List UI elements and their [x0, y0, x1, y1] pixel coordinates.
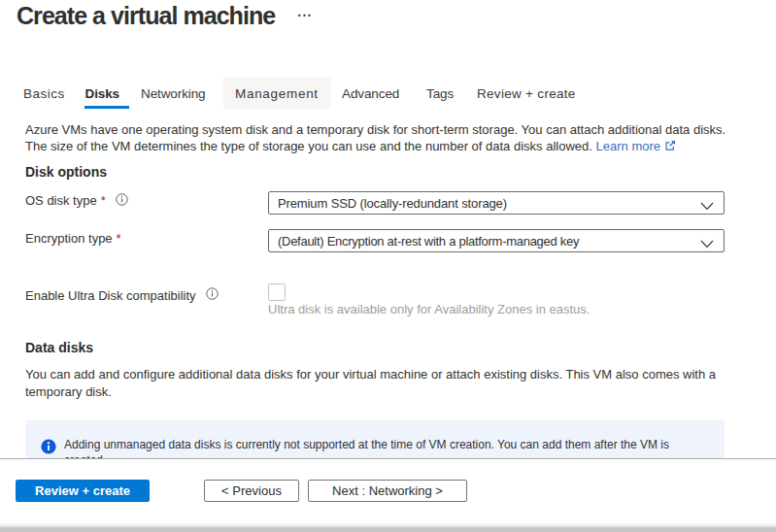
info-banner-icon — [41, 439, 56, 458]
create-vm-page: Create a virtual machine ... Basics Disk… — [0, 0, 776, 532]
more-options-button[interactable]: ... — [293, 2, 317, 21]
info-banner: Adding unmanaged data disks is currently… — [25, 420, 725, 458]
ultra-disk-label: Enable Ultra Disk compatibility — [25, 286, 219, 304]
tab-networking[interactable]: Networking — [129, 78, 218, 109]
chevron-down-icon — [700, 237, 714, 251]
info-icon[interactable] — [116, 193, 128, 209]
banner-line-1: Adding unmanaged data disks is currently… — [64, 437, 725, 452]
intro-line-2: The size of the VM determines the type o… — [25, 138, 725, 156]
previous-button[interactable]: < Previous — [204, 480, 299, 502]
review-create-button[interactable]: Review + create — [16, 480, 150, 502]
intro-line-1: Azure VMs have one operating system disk… — [25, 121, 725, 139]
data-disks-line-2: temporary disk. — [25, 383, 716, 401]
tab-disks[interactable]: Disks — [74, 78, 132, 109]
tab-bar: Basics Disks Networking Management Advan… — [0, 78, 776, 109]
data-disks-text: You can add and configure additional dat… — [25, 366, 716, 400]
window-bottom-edge — [0, 523, 776, 532]
data-disks-line-1: You can add and configure additional dat… — [25, 366, 716, 383]
footer-bar: Review + create < Previous Next : Networ… — [0, 458, 776, 523]
data-disks-heading: Data disks — [25, 340, 93, 355]
tab-basics[interactable]: Basics — [12, 78, 77, 109]
ultra-disk-checkbox[interactable] — [268, 283, 286, 301]
page-title: Create a virtual machine — [17, 2, 275, 30]
os-disk-type-dropdown[interactable]: Premium SSD (locally-redundant storage) — [268, 191, 725, 215]
tab-management[interactable]: Management — [223, 78, 330, 109]
tab-tags[interactable]: Tags — [415, 78, 465, 109]
next-networking-button[interactable]: Next : Networking > — [308, 480, 467, 502]
chevron-down-icon — [700, 199, 714, 214]
info-banner-text: Adding unmanaged data disks is currently… — [64, 437, 725, 458]
tab-advanced[interactable]: Advanced — [330, 78, 411, 109]
external-link-icon — [664, 139, 676, 156]
learn-more-link[interactable]: Learn more — [596, 139, 660, 153]
encryption-type-label: Encryption type * — [25, 227, 121, 250]
intro-text: Azure VMs have one operating system disk… — [25, 121, 725, 156]
required-asterisk: * — [101, 193, 106, 208]
encryption-type-dropdown[interactable]: (Default) Encryption at-rest with a plat… — [268, 229, 725, 252]
required-asterisk: * — [117, 231, 121, 246]
os-disk-type-label: OS disk type * — [25, 189, 128, 213]
ultra-disk-helper-text: Ultra disk is available only for Availab… — [268, 302, 590, 316]
disk-options-heading: Disk options — [25, 164, 107, 180]
info-icon[interactable] — [206, 287, 219, 303]
tab-review-create[interactable]: Review + create — [465, 78, 588, 109]
